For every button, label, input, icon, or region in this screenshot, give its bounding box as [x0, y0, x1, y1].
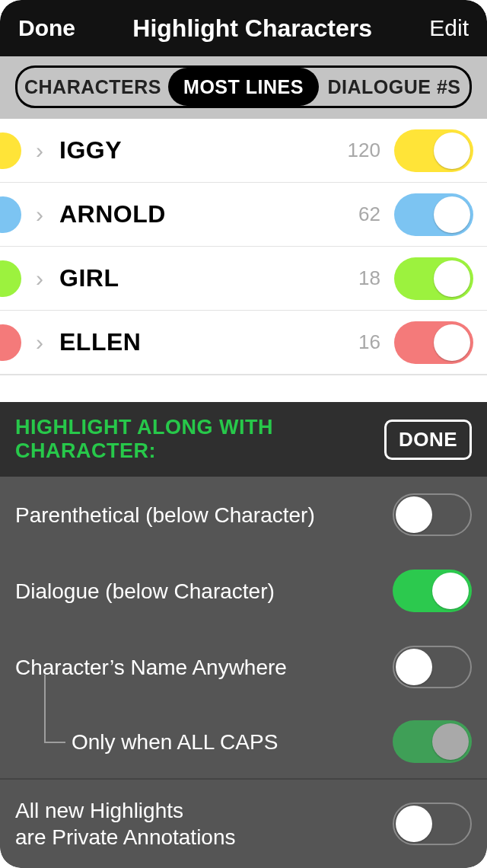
character-row[interactable]: › IGGY 120 — [0, 119, 487, 183]
character-name: IGGY — [59, 136, 122, 164]
line-count: 18 — [358, 266, 380, 290]
option-row-parenthetical: Parenthetical (below Character) — [0, 477, 487, 553]
parenthetical-toggle[interactable] — [393, 493, 472, 536]
character-row[interactable]: › ELLEN 16 — [0, 311, 487, 375]
color-swatch — [0, 132, 21, 169]
highlight-toggle[interactable] — [394, 321, 473, 364]
option-row-dialogue: Dialogue (below Character) — [0, 553, 487, 629]
line-count: 120 — [348, 139, 380, 162]
options-panel: HIGHLIGHT ALONG WITH CHARACTER: DONE Par… — [0, 402, 487, 868]
color-swatch — [0, 196, 21, 233]
tab-dialogue-nums[interactable]: DIALOGUE #S — [319, 68, 469, 106]
character-list: › IGGY 120 › ARNOLD 62 › GIRL 18 › ELLEN… — [0, 119, 487, 402]
name-anywhere-toggle[interactable] — [393, 646, 472, 688]
line-count: 62 — [358, 203, 380, 226]
option-row-name-anywhere: Character’s Name Anywhere — [0, 629, 487, 705]
edit-button[interactable]: Edit — [429, 15, 469, 41]
option-label: All new Highlights are Private Annotatio… — [15, 797, 393, 850]
character-name: GIRL — [59, 264, 119, 292]
option-label: Dialogue (below Character) — [15, 578, 393, 605]
character-name: ARNOLD — [59, 200, 166, 228]
done-button[interactable]: Done — [18, 15, 75, 41]
character-row[interactable]: › ARNOLD 62 — [0, 183, 487, 247]
panel-done-button[interactable]: DONE — [384, 420, 472, 460]
character-row[interactable]: › GIRL 18 — [0, 247, 487, 311]
option-label: Parenthetical (below Character) — [15, 502, 393, 528]
tab-characters[interactable]: CHARACTERS — [18, 68, 168, 106]
color-swatch — [0, 324, 21, 361]
highlight-toggle[interactable] — [394, 257, 473, 300]
highlight-toggle[interactable] — [394, 129, 473, 172]
chevron-right-icon: › — [30, 266, 49, 292]
private-toggle[interactable] — [393, 803, 472, 845]
all-caps-toggle[interactable] — [393, 720, 472, 763]
chevron-right-icon: › — [30, 330, 49, 356]
chevron-right-icon: › — [30, 138, 49, 164]
highlight-toggle[interactable] — [394, 193, 473, 236]
tab-bar: CHARACTERS MOST LINES DIALOGUE #S — [0, 56, 487, 119]
option-label: Character’s Name Anywhere — [15, 654, 393, 681]
color-swatch — [0, 260, 21, 297]
tab-most-lines[interactable]: MOST LINES — [168, 68, 319, 106]
chevron-right-icon: › — [30, 202, 49, 228]
dialogue-toggle[interactable] — [393, 570, 472, 612]
page-title: Highlight Characters — [75, 14, 429, 43]
option-row-private: All new Highlights are Private Annotatio… — [0, 778, 487, 868]
line-count: 16 — [358, 330, 380, 354]
option-label: Only when ALL CAPS — [72, 729, 393, 755]
tree-line-icon — [38, 705, 72, 778]
option-row-all-caps: Only when ALL CAPS — [0, 705, 487, 778]
panel-heading: HIGHLIGHT ALONG WITH CHARACTER: — [15, 416, 384, 463]
character-name: ELLEN — [59, 328, 141, 356]
